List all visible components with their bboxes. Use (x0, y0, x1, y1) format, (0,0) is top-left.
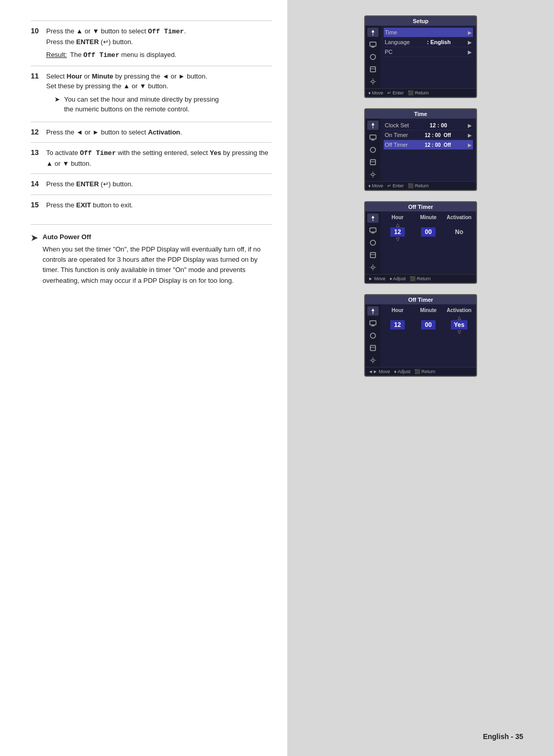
svg-rect-8 (370, 228, 376, 232)
svg-point-7 (372, 173, 374, 176)
svg-rect-4 (370, 135, 376, 139)
ot2-minute-cell: 00 (416, 320, 441, 329)
setup-time-row: Time ▶ (384, 28, 473, 37)
off-timer-1-title: Off Timer (365, 202, 476, 211)
ot2-icon2 (367, 319, 379, 328)
setup-screen: Setup Time (364, 15, 477, 98)
setup-title-bar: Setup (365, 16, 476, 26)
sidebar-icon-antenna (367, 28, 379, 37)
ot1-icon4 (367, 250, 379, 260)
setup-body: Time ▶ Language : English ▶ PC ▶ (365, 26, 476, 88)
time-footer: ♦ Move ↵ Enter ⬛ Return (365, 181, 476, 190)
svg-point-13 (370, 333, 375, 338)
setup-main: Time ▶ Language : English ▶ PC ▶ (381, 26, 476, 88)
step-12-number: 12 (31, 127, 46, 138)
ot2-footer-adjust: ♦ Adjust (394, 369, 410, 374)
svg-point-1 (370, 54, 375, 60)
step-11-number: 11 (31, 71, 46, 117)
ot1-icon1 (367, 214, 379, 223)
ot2-hour-value: 12 (390, 320, 405, 329)
step-15-row: 15 Press the EXIT button to exit. (31, 195, 272, 216)
time-sidebar-icon1 (367, 121, 379, 130)
time-main: Clock Set 12 : 00 ▶ On Timer 12 : 00 Off… (381, 119, 476, 181)
step-11-note: ➤ You can set the hour and minute direct… (54, 94, 272, 114)
off-timer-1-body: Hour Minute Activation △ 12 ▽ 00 No (365, 211, 476, 274)
page-footer: English - 35 (483, 732, 523, 741)
time-title-bar: Time (365, 109, 476, 119)
step-13-content: To activate Off Timer with the setting e… (46, 148, 272, 168)
time-sidebar-icon4 (367, 158, 379, 167)
off-timer-screen-2: Off Timer (364, 294, 477, 377)
ot1-minute-cell: 00 (416, 227, 441, 237)
page-number: English - 35 (483, 732, 523, 741)
off-timer-2-main: Hour Minute Activation 12 00 △ Yes ▽ (381, 304, 476, 367)
off-timer-1-main: Hour Minute Activation △ 12 ▽ 00 No (381, 211, 476, 274)
ot1-activation-value: No (452, 227, 466, 237)
ot2-icon3 (367, 331, 379, 340)
svg-rect-0 (370, 42, 376, 46)
setup-footer-enter: ↵ Enter (387, 90, 404, 95)
off-timer-2-body: Hour Minute Activation 12 00 △ Yes ▽ (365, 304, 476, 367)
ot2-hour-cell: 12 (385, 320, 410, 329)
ot1-footer-return: ⬛ Return (410, 276, 431, 281)
step-14-number: 14 (31, 179, 46, 189)
step-10-content: Press the ▲ or ▼ button to select Off Ti… (46, 26, 272, 61)
ot2-activation-cell: △ Yes ▽ (446, 315, 472, 335)
svg-rect-14 (370, 345, 375, 351)
svg-rect-6 (370, 160, 375, 165)
setup-footer: ♦ Move ↵ Enter ⬛ Return (365, 88, 476, 97)
svg-point-9 (370, 240, 375, 245)
ot1-footer-adjust: ♦ Adjust (389, 276, 406, 281)
result-text: The Off Timer menu is displayed. (70, 50, 176, 61)
sidebar-icon-gear (367, 77, 379, 86)
off-timer-2-sidebar (365, 304, 381, 367)
note-arrow-icon: ➤ (31, 233, 37, 286)
ot2-icon5 (367, 356, 379, 365)
auto-power-off-note: ➤ Auto Power Off When you set the timer … (31, 224, 272, 286)
step-13-number: 13 (31, 148, 46, 168)
step-12-row: 12 Press the ◄ or ► button to select Act… (31, 122, 272, 143)
time-sidebar (365, 119, 381, 181)
svg-point-5 (370, 147, 375, 152)
ot1-footer: ► Move ♦ Adjust ⬛ Return (365, 274, 476, 283)
svg-rect-12 (370, 321, 376, 325)
off-timer-screen-1: Off Timer (364, 201, 477, 284)
sidebar-icon-book (367, 65, 379, 74)
time-sidebar-icon5 (367, 170, 379, 179)
result-label: Result: (46, 50, 67, 61)
right-panel: Setup Time (287, 0, 554, 756)
ot2-values-row: 12 00 △ Yes ▽ (383, 314, 474, 336)
time-body: Clock Set 12 : 00 ▶ On Timer 12 : 00 Off… (365, 119, 476, 181)
ot1-hour-label: Hour (385, 215, 410, 220)
ot2-header: Hour Minute Activation (383, 306, 474, 314)
time-ontimer-row: On Timer 12 : 00 Off ▶ (384, 130, 473, 140)
sidebar-icon-display (367, 40, 379, 49)
time-offtimer-row: Off Timer 12 : 00 Off ▶ (384, 140, 473, 150)
ot2-footer-move: ◄► Move (368, 369, 390, 374)
ot1-icon3 (367, 238, 379, 247)
step-15-content: Press the EXIT button to exit. (46, 200, 272, 210)
off-timer-1-sidebar (365, 211, 381, 274)
step-14-row: 14 Press the ENTER (↵) button. (31, 173, 272, 195)
setup-pc-row: PC ▶ (384, 47, 473, 57)
step-12-content: Press the ◄ or ► button to select Activa… (46, 127, 272, 138)
time-clockset-row: Clock Set 12 : 00 ▶ (384, 121, 473, 130)
svg-point-15 (372, 359, 374, 362)
ot1-hour-value: 12 (390, 227, 405, 237)
svg-rect-10 (370, 253, 375, 258)
setup-language-row: Language : English ▶ (384, 37, 473, 47)
time-footer-enter: ↵ Enter (387, 183, 404, 188)
time-sidebar-icon2 (367, 133, 379, 142)
step-10-row: 10 Press the ▲ or ▼ button to select Off… (31, 21, 272, 66)
time-sidebar-icon3 (367, 145, 379, 154)
step-14-content: Press the ENTER (↵) button. (46, 179, 272, 189)
ot2-minute-label: Minute (416, 307, 441, 313)
time-screen: Time Clock (364, 108, 477, 191)
ot2-minute-value: 00 (421, 320, 436, 329)
ot1-values-row: △ 12 ▽ 00 No (383, 221, 474, 243)
setup-footer-move: ♦ Move (368, 90, 383, 95)
left-panel: 10 Press the ▲ or ▼ button to select Off… (0, 0, 287, 756)
ot2-activation-label: Activation (446, 307, 472, 313)
ot1-minute-value: 00 (421, 227, 436, 237)
svg-rect-2 (370, 67, 375, 72)
